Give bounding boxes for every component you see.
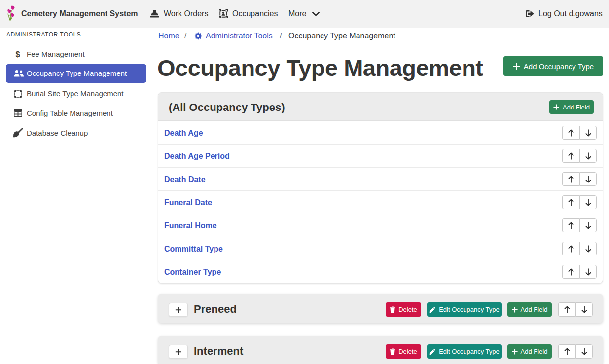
svg-text:$: $: [16, 50, 20, 59]
